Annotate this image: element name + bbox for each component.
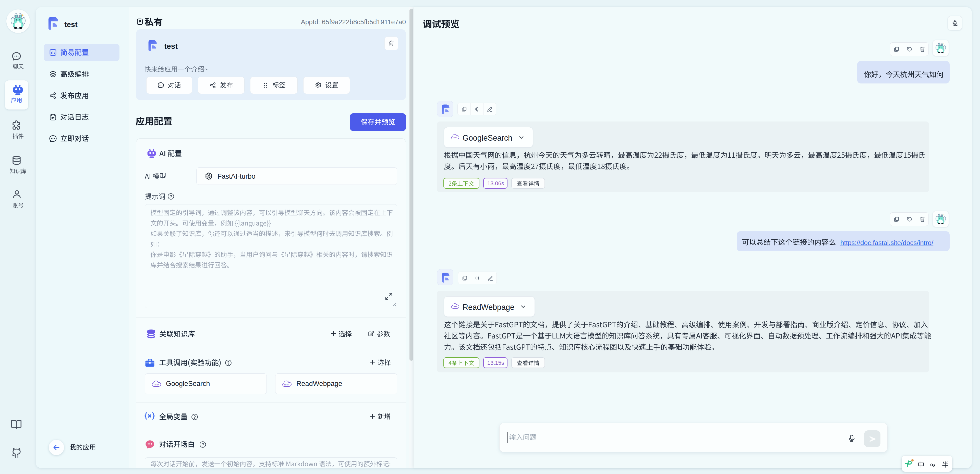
svg-text:HTTP: HTTP — [453, 137, 457, 138]
svg-text:HTTP: HTTP — [285, 384, 289, 386]
svg-text:HTTP: HTTP — [453, 306, 457, 308]
svg-text:HTTP: HTTP — [154, 384, 159, 386]
